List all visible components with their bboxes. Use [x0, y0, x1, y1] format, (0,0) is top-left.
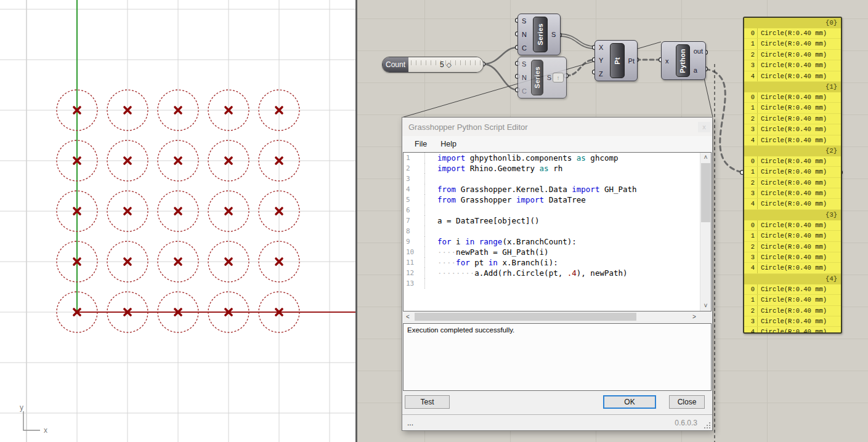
axis-x-label: x: [44, 426, 47, 435]
line-number: 5: [404, 195, 424, 205]
panel-item-index: 0: [744, 220, 758, 230]
panel-item-row: 3Circle(R:0.40 mm): [744, 188, 841, 199]
count-slider-track[interactable]: 5 ◇: [408, 57, 483, 72]
close-button[interactable]: Close: [669, 395, 705, 409]
horizontal-scrollbar[interactable]: ˂ ˃: [403, 312, 699, 321]
resize-grip[interactable]: [704, 422, 710, 428]
panel-item-row: 2Circle(R:0.40 mm): [744, 50, 841, 60]
series2-output-s[interactable]: S: [547, 74, 551, 81]
panel-item-index: 1: [744, 167, 758, 177]
code-editor[interactable]: 1import ghpythonlib.components as ghcomp…: [403, 152, 712, 311]
code-line[interactable]: 12········a.Add(rh.Circle(pt, .4), newPa…: [404, 268, 711, 278]
python-output-out[interactable]: out: [694, 47, 703, 55]
count-slider[interactable]: Count 5 ◇: [382, 57, 484, 73]
series2-input-c[interactable]: C: [522, 87, 527, 95]
panel-item-value: Circle(R:0.40 mm): [758, 263, 827, 273]
code-line[interactable]: 2import Rhino.Geometry as rh: [404, 163, 711, 174]
panel-item-index: 1: [744, 295, 758, 305]
panel-item-index: 2: [744, 242, 758, 252]
gutter-separator: [424, 215, 430, 226]
panel-item-value: Circle(R:0.40 mm): [758, 242, 827, 252]
series2-capsule[interactable]: Series: [531, 60, 543, 95]
panel-item-value: Circle(R:0.40 mm): [758, 92, 827, 102]
python-component[interactable]: x Python out a: [661, 41, 706, 80]
panel-item-index: 4: [744, 263, 758, 273]
statusbar-ellipsis: ...: [407, 419, 413, 427]
pt-label: Pt: [614, 57, 621, 65]
dialog-statusbar: ... 0.6.0.3: [402, 414, 712, 430]
scroll-up-icon[interactable]: ˄: [700, 153, 711, 163]
gutter-separator: [424, 247, 430, 257]
code-line[interactable]: 10····newPath = GH_Path(i): [404, 247, 711, 257]
code-line[interactable]: 4from Grasshopper.Kernel.Data import GH_…: [404, 184, 711, 195]
code-text: [430, 174, 437, 184]
data-panel[interactable]: {0}0Circle(R:0.40 mm)1Circle(R:0.40 mm)2…: [743, 17, 842, 334]
test-button[interactable]: Test: [405, 395, 450, 409]
series-component-1[interactable]: S N C Series S: [517, 14, 561, 55]
slider-grip-icon[interactable]: ◇: [447, 61, 452, 69]
code-line[interactable]: 7a = DataTree[object](): [404, 215, 711, 226]
menu-file[interactable]: File: [411, 139, 431, 150]
graft-arrow-icon[interactable]: ↑: [553, 73, 564, 82]
code-line[interactable]: 8: [404, 226, 711, 236]
panel-item-index: 0: [744, 156, 758, 166]
series2-input-s[interactable]: S: [522, 60, 526, 68]
python-capsule[interactable]: Python: [676, 44, 690, 77]
dialog-menubar: File Help: [402, 136, 712, 152]
series1-input-s[interactable]: S: [522, 17, 526, 25]
scroll-down-icon[interactable]: ˅: [700, 301, 711, 311]
code-text: from Grasshopper import DataTree: [430, 195, 586, 205]
rhino-viewport[interactable]: yx: [0, 0, 356, 442]
panel-item-row: 4Circle(R:0.40 mm): [744, 71, 841, 82]
scroll-right-icon[interactable]: ˃: [689, 312, 699, 321]
series1-capsule[interactable]: Series: [533, 17, 548, 52]
panel-item-value: Circle(R:0.40 mm): [758, 306, 827, 316]
panel-item-value: Circle(R:0.40 mm): [758, 28, 827, 38]
code-line[interactable]: 1import ghpythonlib.components as ghcomp: [404, 153, 711, 163]
series-component-2[interactable]: S N C Series S ↑: [517, 57, 567, 98]
vertical-scrollbar[interactable]: ˄ ˅: [700, 153, 711, 311]
hscroll-thumb[interactable]: [415, 313, 636, 321]
point-component[interactable]: X Y Z Pt Pt: [594, 40, 638, 81]
panel-item-value: Circle(R:0.40 mm): [758, 327, 827, 334]
menu-help[interactable]: Help: [437, 139, 460, 150]
vscroll-thumb[interactable]: [701, 163, 710, 222]
series1-input-c[interactable]: C: [522, 44, 527, 52]
python-script-editor-dialog[interactable]: Grasshopper Python Script Editor x File …: [402, 117, 713, 431]
panel-item-value: Circle(R:0.40 mm): [758, 231, 827, 241]
python-input-x[interactable]: x: [665, 57, 669, 65]
panel-item-value: Circle(R:0.40 mm): [758, 135, 827, 145]
gutter-separator: [424, 236, 430, 247]
pt-input-z[interactable]: Z: [599, 70, 603, 78]
code-line[interactable]: 11····for pt in x.Branch(i):: [404, 257, 711, 268]
code-line[interactable]: 5from Grasshopper import DataTree: [404, 195, 711, 205]
pt-input-x[interactable]: X: [599, 44, 603, 51]
panel-item-value: Circle(R:0.40 mm): [758, 178, 827, 188]
code-line[interactable]: 13: [404, 278, 711, 289]
close-icon[interactable]: x: [698, 122, 710, 132]
gutter-separator: [424, 153, 430, 163]
panel-branch-header: {4}: [744, 274, 841, 284]
scroll-left-icon[interactable]: ˂: [403, 312, 413, 321]
series2-input-n[interactable]: N: [522, 74, 527, 81]
code-lines[interactable]: 1import ghpythonlib.components as ghcomp…: [404, 153, 711, 289]
panel-item-row: 1Circle(R:0.40 mm): [744, 103, 841, 113]
panel-item-value: Circle(R:0.40 mm): [758, 220, 827, 230]
python-output-a[interactable]: a: [694, 66, 697, 74]
panel-item-index: 4: [744, 71, 758, 81]
dialog-titlebar[interactable]: Grasshopper Python Script Editor x: [402, 118, 712, 136]
panel-item-value: Circle(R:0.40 mm): [758, 252, 827, 262]
series1-output-s[interactable]: S: [551, 31, 556, 38]
panel-item-index: 3: [744, 124, 758, 134]
pt-output[interactable]: Pt: [628, 57, 635, 65]
code-line[interactable]: 3: [404, 174, 711, 184]
series1-input-n[interactable]: N: [522, 31, 527, 38]
panel-item-index: 4: [744, 199, 758, 209]
pt-input-y[interactable]: Y: [599, 57, 603, 64]
ok-button[interactable]: OK: [603, 395, 656, 409]
code-line[interactable]: 9for i in range(x.BranchCount):: [404, 236, 711, 247]
code-line[interactable]: 6: [404, 205, 711, 215]
code-text: a = DataTree[object](): [430, 215, 540, 226]
line-number: 9: [404, 236, 424, 247]
pt-capsule[interactable]: Pt: [610, 43, 625, 78]
